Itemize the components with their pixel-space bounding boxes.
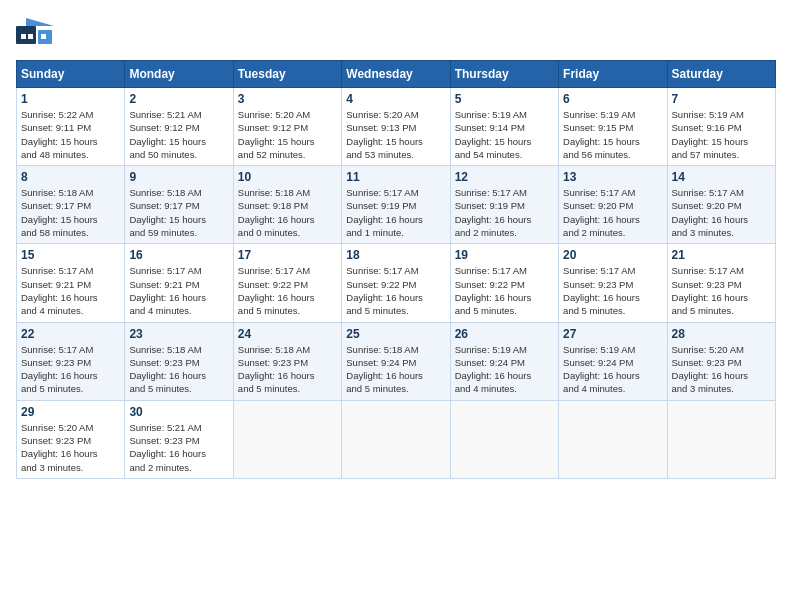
col-header-tuesday: Tuesday [233,61,341,88]
day-number: 15 [21,248,120,262]
calendar-week-3: 15Sunrise: 5:17 AM Sunset: 9:21 PM Dayli… [17,244,776,322]
col-header-saturday: Saturday [667,61,775,88]
table-row: 10Sunrise: 5:18 AM Sunset: 9:18 PM Dayli… [233,166,341,244]
calendar-week-4: 22Sunrise: 5:17 AM Sunset: 9:23 PM Dayli… [17,322,776,400]
calendar-week-5: 29Sunrise: 5:20 AM Sunset: 9:23 PM Dayli… [17,400,776,478]
day-info: Sunrise: 5:21 AM Sunset: 9:12 PM Dayligh… [129,108,228,161]
day-number: 27 [563,327,662,341]
day-info: Sunrise: 5:21 AM Sunset: 9:23 PM Dayligh… [129,421,228,474]
table-row: 30Sunrise: 5:21 AM Sunset: 9:23 PM Dayli… [125,400,233,478]
table-row [233,400,341,478]
col-header-thursday: Thursday [450,61,558,88]
day-number: 7 [672,92,771,106]
table-row: 28Sunrise: 5:20 AM Sunset: 9:23 PM Dayli… [667,322,775,400]
table-row: 17Sunrise: 5:17 AM Sunset: 9:22 PM Dayli… [233,244,341,322]
day-info: Sunrise: 5:20 AM Sunset: 9:13 PM Dayligh… [346,108,445,161]
day-number: 25 [346,327,445,341]
table-row: 13Sunrise: 5:17 AM Sunset: 9:20 PM Dayli… [559,166,667,244]
day-info: Sunrise: 5:17 AM Sunset: 9:22 PM Dayligh… [455,264,554,317]
day-info: Sunrise: 5:18 AM Sunset: 9:24 PM Dayligh… [346,343,445,396]
day-number: 11 [346,170,445,184]
table-row: 18Sunrise: 5:17 AM Sunset: 9:22 PM Dayli… [342,244,450,322]
table-row: 1Sunrise: 5:22 AM Sunset: 9:11 PM Daylig… [17,88,125,166]
day-info: Sunrise: 5:17 AM Sunset: 9:19 PM Dayligh… [455,186,554,239]
day-info: Sunrise: 5:18 AM Sunset: 9:18 PM Dayligh… [238,186,337,239]
day-info: Sunrise: 5:17 AM Sunset: 9:19 PM Dayligh… [346,186,445,239]
day-number: 19 [455,248,554,262]
day-number: 4 [346,92,445,106]
day-info: Sunrise: 5:22 AM Sunset: 9:11 PM Dayligh… [21,108,120,161]
day-info: Sunrise: 5:17 AM Sunset: 9:22 PM Dayligh… [346,264,445,317]
table-row: 12Sunrise: 5:17 AM Sunset: 9:19 PM Dayli… [450,166,558,244]
day-info: Sunrise: 5:17 AM Sunset: 9:23 PM Dayligh… [672,264,771,317]
day-info: Sunrise: 5:19 AM Sunset: 9:24 PM Dayligh… [455,343,554,396]
table-row [667,400,775,478]
day-info: Sunrise: 5:18 AM Sunset: 9:17 PM Dayligh… [129,186,228,239]
page-header [16,16,776,48]
table-row: 23Sunrise: 5:18 AM Sunset: 9:23 PM Dayli… [125,322,233,400]
table-row: 4Sunrise: 5:20 AM Sunset: 9:13 PM Daylig… [342,88,450,166]
day-info: Sunrise: 5:17 AM Sunset: 9:23 PM Dayligh… [563,264,662,317]
day-number: 18 [346,248,445,262]
day-number: 6 [563,92,662,106]
logo-icon [16,16,54,48]
table-row: 8Sunrise: 5:18 AM Sunset: 9:17 PM Daylig… [17,166,125,244]
day-number: 16 [129,248,228,262]
svg-rect-3 [21,34,26,39]
svg-marker-1 [26,18,54,26]
day-info: Sunrise: 5:19 AM Sunset: 9:14 PM Dayligh… [455,108,554,161]
day-info: Sunrise: 5:19 AM Sunset: 9:24 PM Dayligh… [563,343,662,396]
day-number: 13 [563,170,662,184]
day-number: 29 [21,405,120,419]
table-row: 11Sunrise: 5:17 AM Sunset: 9:19 PM Dayli… [342,166,450,244]
calendar-table: SundayMondayTuesdayWednesdayThursdayFrid… [16,60,776,479]
day-info: Sunrise: 5:19 AM Sunset: 9:15 PM Dayligh… [563,108,662,161]
table-row [342,400,450,478]
table-row: 7Sunrise: 5:19 AM Sunset: 9:16 PM Daylig… [667,88,775,166]
svg-rect-4 [28,34,33,39]
day-info: Sunrise: 5:20 AM Sunset: 9:23 PM Dayligh… [21,421,120,474]
table-row: 29Sunrise: 5:20 AM Sunset: 9:23 PM Dayli… [17,400,125,478]
svg-rect-5 [41,34,46,39]
day-info: Sunrise: 5:17 AM Sunset: 9:21 PM Dayligh… [21,264,120,317]
day-info: Sunrise: 5:17 AM Sunset: 9:20 PM Dayligh… [672,186,771,239]
col-header-monday: Monday [125,61,233,88]
table-row: 6Sunrise: 5:19 AM Sunset: 9:15 PM Daylig… [559,88,667,166]
day-number: 24 [238,327,337,341]
day-number: 22 [21,327,120,341]
table-row [450,400,558,478]
logo [16,16,58,48]
day-info: Sunrise: 5:17 AM Sunset: 9:23 PM Dayligh… [21,343,120,396]
day-number: 23 [129,327,228,341]
day-info: Sunrise: 5:20 AM Sunset: 9:23 PM Dayligh… [672,343,771,396]
day-number: 2 [129,92,228,106]
day-number: 1 [21,92,120,106]
col-header-wednesday: Wednesday [342,61,450,88]
day-info: Sunrise: 5:18 AM Sunset: 9:17 PM Dayligh… [21,186,120,239]
table-row: 26Sunrise: 5:19 AM Sunset: 9:24 PM Dayli… [450,322,558,400]
table-row: 24Sunrise: 5:18 AM Sunset: 9:23 PM Dayli… [233,322,341,400]
table-row: 5Sunrise: 5:19 AM Sunset: 9:14 PM Daylig… [450,88,558,166]
day-info: Sunrise: 5:20 AM Sunset: 9:12 PM Dayligh… [238,108,337,161]
table-row: 20Sunrise: 5:17 AM Sunset: 9:23 PM Dayli… [559,244,667,322]
table-row: 19Sunrise: 5:17 AM Sunset: 9:22 PM Dayli… [450,244,558,322]
table-row: 21Sunrise: 5:17 AM Sunset: 9:23 PM Dayli… [667,244,775,322]
day-number: 26 [455,327,554,341]
day-number: 21 [672,248,771,262]
day-number: 8 [21,170,120,184]
day-number: 3 [238,92,337,106]
table-row: 2Sunrise: 5:21 AM Sunset: 9:12 PM Daylig… [125,88,233,166]
day-info: Sunrise: 5:17 AM Sunset: 9:22 PM Dayligh… [238,264,337,317]
table-row: 9Sunrise: 5:18 AM Sunset: 9:17 PM Daylig… [125,166,233,244]
day-number: 28 [672,327,771,341]
day-info: Sunrise: 5:18 AM Sunset: 9:23 PM Dayligh… [238,343,337,396]
day-number: 20 [563,248,662,262]
day-info: Sunrise: 5:18 AM Sunset: 9:23 PM Dayligh… [129,343,228,396]
day-number: 9 [129,170,228,184]
day-number: 17 [238,248,337,262]
day-number: 30 [129,405,228,419]
calendar-week-1: 1Sunrise: 5:22 AM Sunset: 9:11 PM Daylig… [17,88,776,166]
table-row: 14Sunrise: 5:17 AM Sunset: 9:20 PM Dayli… [667,166,775,244]
table-row: 15Sunrise: 5:17 AM Sunset: 9:21 PM Dayli… [17,244,125,322]
col-header-sunday: Sunday [17,61,125,88]
